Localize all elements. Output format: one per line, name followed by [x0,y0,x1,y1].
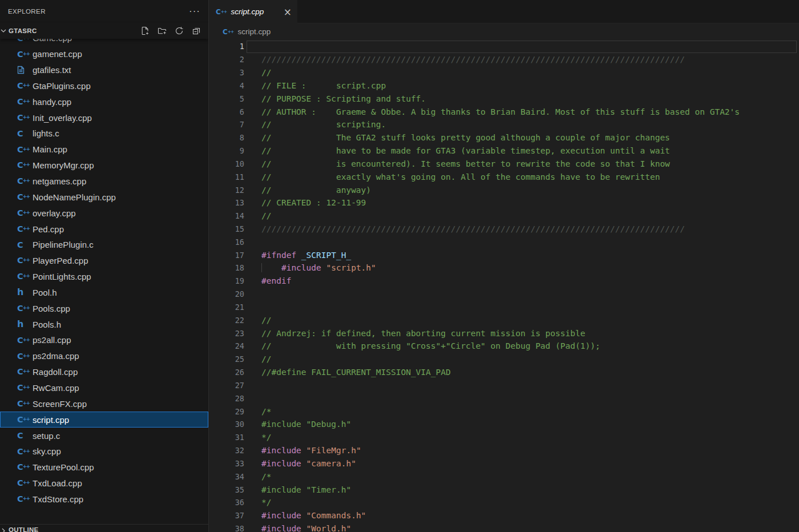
file-item-Ped.cpp[interactable]: C++Ped.cpp [0,221,208,237]
code-text: // The GTA2 stuff looks pretty good alth… [261,133,670,142]
file-item-Ragdoll.cpp[interactable]: C++Ragdoll.cpp [0,364,208,380]
file-item-Pools.cpp[interactable]: C++Pools.cpp [0,300,208,316]
code-line-32[interactable]: 32#include "FileMgr.h" [209,444,799,457]
code-line-25[interactable]: 25// [209,353,799,366]
new-folder-icon[interactable] [157,26,167,36]
code-text: // anyway) [261,186,371,195]
collapse-all-icon[interactable] [191,26,201,36]
code-line-13[interactable]: 13// CREATED : 12-11-99 [209,196,799,209]
code-line-26[interactable]: 26//#define FAIL_CURRENT_MISSION_VIA_PAD [209,366,799,379]
new-file-icon[interactable] [140,26,150,36]
file-item-ScreenFX.cpp[interactable]: C++ScreenFX.cpp [0,396,208,412]
cpp-file-icon: C++ [17,256,27,266]
file-item-ps2dma.cpp[interactable]: C++ps2dma.cpp [0,348,208,364]
breadcrumb[interactable]: C++ script.cpp [209,23,799,40]
file-label: TxdStore.cpp [33,494,83,504]
code-text: // [261,68,271,77]
file-item-Main.cpp[interactable]: C++Main.cpp [0,142,208,158]
code-line-33[interactable]: 33#include "camera.h" [209,457,799,470]
line-number: 19 [209,276,244,285]
file-label: setup.c [33,431,60,441]
file-item-setup.c[interactable]: Csetup.c [0,428,208,444]
folder-section-header[interactable]: GTASRC [0,23,208,39]
code-line-7[interactable]: 7// scripting. [209,118,799,131]
file-item-NodeNamePlugin.cpp[interactable]: C++NodeNamePlugin.cpp [0,189,208,205]
file-item-RwCam.cpp[interactable]: C++RwCam.cpp [0,380,208,396]
code-line-6[interactable]: 6// AUTHOR : Graeme & Obbe. A big thanks… [209,105,799,118]
file-label: RwCam.cpp [33,383,79,393]
file-item-TexturePool.cpp[interactable]: C++TexturePool.cpp [0,460,208,475]
code-line-5[interactable]: 5// PURPOSE : Scripting and stuff. [209,92,799,105]
code-line-10[interactable]: 10// is encountered). It seems better to… [209,157,799,170]
close-icon[interactable]: × [284,8,292,16]
file-item-gtafiles.txt[interactable]: gtafiles.txt [0,62,208,78]
code-line-14[interactable]: 14// [209,209,799,223]
code-line-17[interactable]: 17#ifndef _SCRIPT_H_ [209,248,799,261]
file-item-PlayerPed.cpp[interactable]: C++PlayerPed.cpp [0,253,208,269]
code-text: // Andrzej: if defined, then aborting cu… [261,329,585,338]
code-line-9[interactable]: 9// have to be made for GTA3 (variable t… [209,144,799,158]
code-line-18[interactable]: 18 #include "script.h" [209,261,799,275]
file-item-TxdLoad.cpp[interactable]: C++TxdLoad.cpp [0,475,208,491]
code-line-11[interactable]: 11// exactly what's going on. All of the… [209,170,799,183]
code-line-3[interactable]: 3// [209,66,799,79]
code-line-20[interactable]: 20 [209,288,799,301]
chevron-down-icon [0,26,8,35]
file-item-Pool.h[interactable]: hPool.h [0,285,208,301]
file-item-script.cpp[interactable]: C++script.cpp [0,412,208,428]
code-editor[interactable]: 12//////////////////////////////////////… [209,40,799,532]
line-number: 20 [209,289,244,299]
code-line-35[interactable]: 35#include "Timer.h" [209,483,799,496]
code-line-16[interactable]: 16 [209,235,799,248]
file-item-MemoryMgr.cpp[interactable]: C++MemoryMgr.cpp [0,158,208,174]
file-item-PointLights.cpp[interactable]: C++PointLights.cpp [0,269,208,285]
file-item-overlay.cpp[interactable]: C++overlay.cpp [0,205,208,221]
code-line-27[interactable]: 27 [209,379,799,392]
code-line-38[interactable]: 38#include "World.h" [209,522,799,532]
cpp-file-icon: C++ [17,462,27,473]
code-line-4[interactable]: 4// FILE : script.cpp [209,79,799,92]
cpp-file-icon: C++ [17,382,27,393]
line-number: 7 [209,120,244,129]
code-line-2[interactable]: 2///////////////////////////////////////… [209,53,799,66]
code-line-31[interactable]: 31*/ [209,431,799,444]
file-item-ps2all.cpp[interactable]: C++ps2all.cpp [0,332,208,348]
cpp-file-icon: C++ [17,112,27,123]
code-line-12[interactable]: 12// anyway) [209,183,799,196]
tab-script-cpp[interactable]: C++ script.cpp × [209,0,297,23]
file-item-gamenet.cpp[interactable]: C++gamenet.cpp [0,46,208,62]
code-line-36[interactable]: 36*/ [209,496,799,509]
code-line-15[interactable]: 15//////////////////////////////////////… [209,223,799,236]
cpp-file-icon: C++ [17,303,27,313]
file-item-TxdStore.cpp[interactable]: C++TxdStore.cpp [0,491,208,507]
code-line-37[interactable]: 37#include "Commands.h" [209,509,799,522]
file-item-Init_overlay.cpp[interactable]: C++Init_overlay.cpp [0,110,208,126]
file-item-handy.cpp[interactable]: C++handy.cpp [0,94,208,110]
code-line-24[interactable]: 24// with pressing "Cross"+"Circle" on D… [209,340,799,353]
file-item-lights.c[interactable]: Clights.c [0,126,208,142]
line-number: 15 [209,224,244,233]
line-number: 36 [209,498,244,507]
code-line-34[interactable]: 34/* [209,470,799,483]
file-item-sky.cpp[interactable]: C++sky.cpp [0,444,208,460]
file-item-GtaPlugins.cpp[interactable]: C++GtaPlugins.cpp [0,78,208,94]
code-line-30[interactable]: 30#include "Debug.h" [209,418,799,431]
refresh-icon[interactable] [174,26,184,36]
more-actions-icon[interactable]: ··· [189,9,200,14]
file-item-Game.cpp[interactable]: C++Game.cpp [0,39,208,46]
code-line-28[interactable]: 28 [209,392,799,405]
file-item-PipelinePlugin.c[interactable]: CPipelinePlugin.c [0,237,208,253]
code-line-21[interactable]: 21 [209,301,799,314]
tab-title: script.cpp [231,7,264,16]
file-item-netgames.cpp[interactable]: C++netgames.cpp [0,174,208,190]
outline-section-header[interactable]: OUTLINE [0,524,208,532]
code-line-22[interactable]: 22// [209,313,799,327]
cpp-file-icon: C++ [17,351,27,361]
code-line-29[interactable]: 29/* [209,405,799,418]
code-line-23[interactable]: 23// Andrzej: if defined, then aborting … [209,327,799,340]
line-number: 10 [209,159,244,168]
code-line-8[interactable]: 8// The GTA2 stuff looks pretty good alt… [209,131,799,144]
code-line-19[interactable]: 19#endif [209,275,799,288]
code-line-1[interactable]: 1 [209,40,799,53]
file-item-Pools.h[interactable]: hPools.h [0,316,208,332]
